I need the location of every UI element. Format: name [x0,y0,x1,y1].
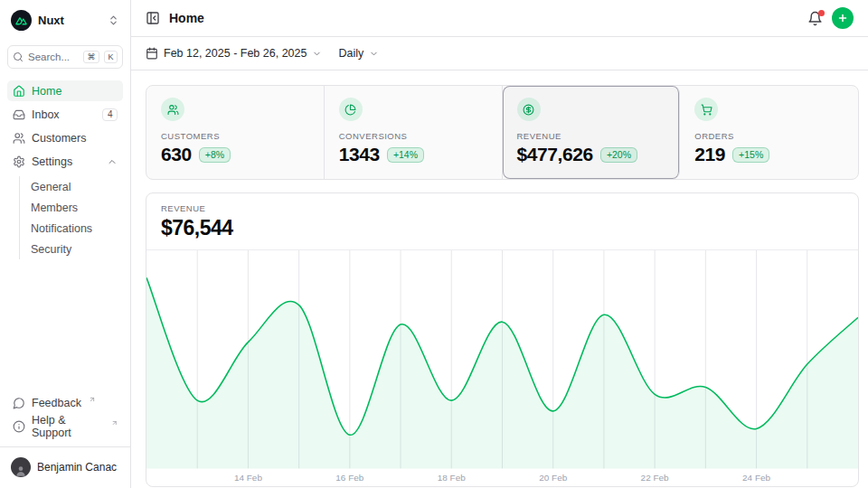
stat-label: CUSTOMERS [161,131,309,141]
stat-label: ORDERS [694,131,844,141]
chart-body: 14 Feb16 Feb18 Feb20 Feb22 Feb24 Feb [146,250,858,486]
sidebar-item-label: Inbox [32,108,60,121]
sidebar-collapse-button[interactable] [146,11,160,25]
users-icon [161,98,184,121]
chart-label: REVENUE [161,203,844,213]
sidebar-item-notifications[interactable]: Notifications [20,218,123,239]
stat-card-orders[interactable]: ORDERS 219 +15% [680,86,858,179]
workspace-switcher[interactable]: Nuxt [7,7,123,33]
chevron-down-icon [312,49,322,59]
sidebar-item-general[interactable]: General [20,176,123,197]
sidebar-item-label: Customers [32,132,86,145]
chevron-up-icon [107,156,118,167]
stat-delta-badge: +8% [199,147,231,163]
chevron-down-icon [369,49,379,59]
notification-dot [818,10,825,16]
sidebar-footer: Feedback Help & Support Benjamin Canac [7,392,123,481]
user-name: Benjamin Canac [37,461,117,474]
settings-subnav: General Members Notifications Security [19,176,123,259]
inbox-count-badge: 4 [102,108,118,121]
stat-card-conversions[interactable]: CONVERSIONS 1343 +14% [325,86,503,179]
avatar [11,457,31,477]
external-link-icon [111,419,118,427]
external-link-icon [89,396,96,403]
nuxt-logo-icon [11,10,32,31]
svg-text:20 Feb: 20 Feb [539,473,568,483]
sidebar-nav: Home Inbox 4 Customers Settings General … [7,80,123,259]
sidebar-item-members[interactable]: Members [20,197,123,218]
home-icon [13,85,25,98]
stat-card-customers[interactable]: CUSTOMERS 630 +8% [146,86,325,179]
svg-text:16 Feb: 16 Feb [335,473,364,483]
stat-value: 630 [161,144,192,165]
app-window: Nuxt Search... ⌘ K Home Inbox 4 Cust [0,0,868,488]
panel-left-close-icon [146,11,160,25]
workspace-name: Nuxt [38,14,64,27]
stat-delta-badge: +14% [387,147,424,163]
gear-icon [13,155,25,168]
feedback-label: Feedback [32,397,81,409]
sidebar-item-home[interactable]: Home [7,80,123,101]
sidebar-item-security[interactable]: Security [20,239,123,259]
sidebar-divider [0,446,130,447]
svg-text:24 Feb: 24 Feb [742,473,771,483]
user-menu[interactable]: Benjamin Canac [7,450,123,481]
search-placeholder: Search... [28,52,79,62]
dashboard-content: CUSTOMERS 630 +8% CONVERSIONS 1343 +14% [131,70,868,488]
date-range-picker[interactable]: Feb 12, 2025 - Feb 26, 2025 [146,47,322,60]
calendar-icon [146,47,158,60]
chart-pie-icon [339,98,363,121]
plus-icon [837,13,848,23]
add-button[interactable] [832,7,854,29]
stat-delta-badge: +15% [732,147,769,163]
stat-label: CONVERSIONS [339,131,487,141]
sidebar-item-customers[interactable]: Customers [7,127,123,148]
kbd-meta: ⌘ [83,51,99,64]
stat-value: 1343 [339,144,380,165]
stats-row: CUSTOMERS 630 +8% CONVERSIONS 1343 +14% [146,85,859,180]
revenue-area-chart[interactable]: 14 Feb16 Feb18 Feb20 Feb22 Feb24 Feb [146,250,858,486]
help-support-link[interactable]: Help & Support [7,416,123,436]
top-header: Home [131,0,868,37]
sidebar-item-label: Home [32,85,61,98]
period-select[interactable]: Daily [338,47,379,60]
sidebar-item-settings[interactable]: Settings [7,151,123,172]
svg-text:18 Feb: 18 Feb [438,473,467,483]
kbd-k: K [104,51,118,64]
message-circle-icon [13,397,25,409]
svg-text:22 Feb: 22 Feb [641,473,670,483]
shopping-cart-icon [694,98,718,121]
stat-value: 219 [694,144,725,165]
stat-value: $477,626 [517,144,593,165]
notifications-button[interactable] [807,11,823,26]
chart-header: REVENUE $76,544 [146,193,858,250]
inbox-icon [13,108,25,121]
revenue-chart-card: REVENUE $76,544 14 Feb16 Feb18 Feb20 Feb… [146,192,859,487]
search-icon [13,52,24,62]
search-input[interactable]: Search... ⌘ K [7,45,123,69]
sidebar-item-label: Settings [32,155,72,168]
main-area: Home Feb 12, 2025 - Feb 26, 2025 Daily [131,0,868,488]
circle-dollar-icon [517,98,541,121]
help-support-label: Help & Support [32,414,104,439]
stat-label: REVENUE [517,131,665,141]
svg-text:14 Feb: 14 Feb [234,473,263,483]
sidebar: Nuxt Search... ⌘ K Home Inbox 4 Cust [0,0,131,488]
chevrons-up-down-icon [108,14,119,26]
feedback-link[interactable]: Feedback [7,392,123,413]
filter-toolbar: Feb 12, 2025 - Feb 26, 2025 Daily [131,37,868,70]
stat-delta-badge: +20% [600,147,637,163]
date-range-value: Feb 12, 2025 - Feb 26, 2025 [164,47,307,60]
chart-total: $76,544 [161,216,844,240]
period-value: Daily [338,47,363,60]
page-title: Home [169,11,204,25]
sidebar-item-inbox[interactable]: Inbox 4 [7,104,123,125]
info-circle-icon [13,420,25,433]
users-icon [13,132,25,145]
stat-card-revenue[interactable]: REVENUE $477,626 +20% [503,86,681,179]
